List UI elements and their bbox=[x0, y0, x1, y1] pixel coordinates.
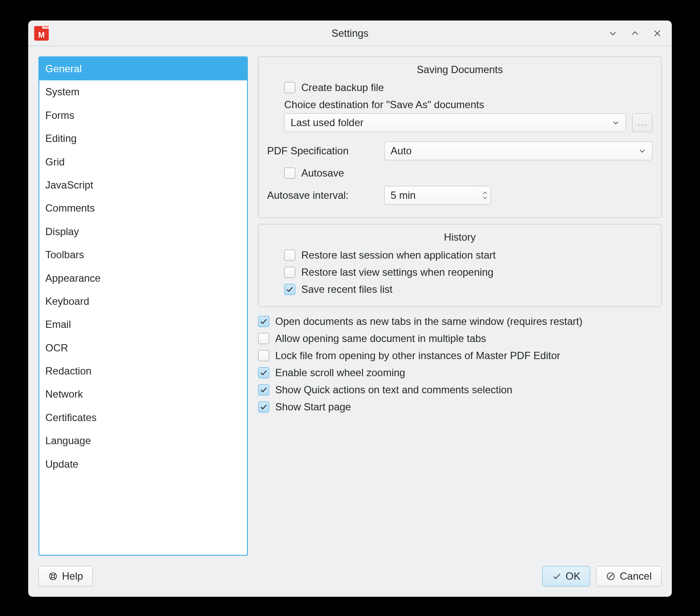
svg-point-3 bbox=[51, 575, 54, 578]
scroll-zoom-label: Enable scroll wheel zooming bbox=[275, 367, 405, 379]
maximize-button[interactable] bbox=[629, 27, 641, 39]
start-page-row: Show Start page bbox=[258, 398, 662, 416]
pdf-spec-label: PDF Specification bbox=[267, 145, 378, 157]
help-icon bbox=[48, 572, 58, 581]
create-backup-row: Create backup file bbox=[284, 79, 653, 96]
new-tabs-row: Open documents as new tabs in the same w… bbox=[258, 313, 662, 330]
autosave-row: Autosave bbox=[284, 165, 653, 182]
sidebar-item-comments[interactable]: Comments bbox=[39, 197, 247, 220]
saving-documents-group: Saving Documents Create backup file Choi… bbox=[258, 56, 662, 218]
sidebar-item-editing[interactable]: Editing bbox=[39, 127, 247, 150]
lock-file-row: Lock file from opening by other instance… bbox=[258, 347, 662, 364]
autosave-interval-value: 5 min bbox=[391, 189, 416, 201]
spin-buttons[interactable] bbox=[482, 191, 488, 200]
cancel-button[interactable]: Cancel bbox=[596, 566, 662, 587]
check-icon bbox=[552, 572, 562, 581]
help-label: Help bbox=[62, 570, 83, 582]
chevron-up-icon bbox=[482, 191, 488, 195]
quick-actions-checkbox[interactable] bbox=[258, 384, 269, 395]
sidebar-item-update[interactable]: Update bbox=[39, 453, 247, 476]
browse-button[interactable]: ... bbox=[632, 113, 653, 132]
autosave-interval-row: Autosave interval: 5 min bbox=[267, 182, 653, 209]
settings-window: M PDF Settings GeneralSystemFormsEditing… bbox=[28, 21, 672, 597]
scroll-zoom-row: Enable scroll wheel zooming bbox=[258, 364, 662, 381]
sidebar-item-forms[interactable]: Forms bbox=[39, 104, 247, 127]
sidebar-item-redaction[interactable]: Redaction bbox=[39, 360, 247, 383]
restore-session-row: Restore last session when application st… bbox=[284, 247, 653, 264]
lock-file-label: Lock file from opening by other instance… bbox=[275, 350, 560, 362]
sidebar-item-grid[interactable]: Grid bbox=[39, 150, 247, 174]
autosave-interval-label: Autosave interval: bbox=[267, 189, 378, 201]
autosave-interval-spinbox[interactable]: 5 min bbox=[384, 186, 491, 205]
restore-view-label: Restore last view settings when reopenin… bbox=[301, 266, 494, 278]
window-title: Settings bbox=[28, 27, 672, 39]
general-options: Open documents as new tabs in the same w… bbox=[258, 313, 662, 416]
save-recent-label: Save recent files list bbox=[301, 283, 392, 295]
new-tabs-label: Open documents as new tabs in the same w… bbox=[275, 315, 582, 327]
create-backup-label: Create backup file bbox=[301, 82, 384, 94]
cancel-icon bbox=[606, 572, 615, 581]
dialog-body: GeneralSystemFormsEditingGridJavaScriptC… bbox=[28, 46, 672, 566]
sidebar-item-ocr[interactable]: OCR bbox=[39, 336, 247, 360]
quick-actions-label: Show Quick actions on text and comments … bbox=[275, 384, 512, 396]
multi-tabs-label: Allow opening same document in multiple … bbox=[275, 333, 486, 345]
dialog-footer: Help OK Cancel bbox=[28, 566, 672, 597]
minimize-button[interactable] bbox=[607, 27, 619, 39]
scroll-zoom-checkbox[interactable] bbox=[258, 367, 269, 378]
sidebar-item-email[interactable]: Email bbox=[39, 313, 247, 336]
start-page-checkbox[interactable] bbox=[258, 401, 269, 413]
group-title: History bbox=[267, 230, 653, 247]
start-page-label: Show Start page bbox=[275, 401, 351, 413]
sidebar-item-system[interactable]: System bbox=[39, 80, 247, 103]
multi-tabs-row: Allow opening same document in multiple … bbox=[258, 330, 662, 347]
svg-line-9 bbox=[609, 574, 613, 578]
destination-row: Last used folder ... bbox=[284, 113, 653, 132]
sidebar-item-display[interactable]: Display bbox=[39, 220, 247, 243]
multi-tabs-checkbox[interactable] bbox=[258, 333, 269, 344]
create-backup-checkbox[interactable] bbox=[284, 82, 295, 93]
restore-view-row: Restore last view settings when reopenin… bbox=[284, 264, 653, 281]
destination-select[interactable]: Last used folder bbox=[284, 113, 626, 132]
ok-label: OK bbox=[566, 570, 581, 582]
history-group: History Restore last session when applic… bbox=[258, 224, 662, 307]
sidebar-item-certificates[interactable]: Certificates bbox=[39, 406, 247, 429]
pdf-spec-select[interactable]: Auto bbox=[384, 141, 653, 160]
save-recent-row: Save recent files list bbox=[284, 281, 653, 298]
restore-session-checkbox[interactable] bbox=[284, 250, 295, 261]
category-sidebar[interactable]: GeneralSystemFormsEditingGridJavaScriptC… bbox=[38, 56, 248, 556]
autosave-label: Autosave bbox=[301, 167, 344, 179]
save-as-hint: Choice destination for "Save As" documen… bbox=[284, 96, 653, 113]
destination-value: Last used folder bbox=[291, 117, 364, 129]
sidebar-item-javascript[interactable]: JavaScript bbox=[39, 174, 247, 197]
sidebar-item-network[interactable]: Network bbox=[39, 383, 247, 406]
new-tabs-checkbox[interactable] bbox=[258, 316, 269, 327]
restore-view-checkbox[interactable] bbox=[284, 267, 295, 278]
chevron-down-icon bbox=[638, 147, 646, 155]
window-controls bbox=[607, 27, 672, 39]
close-button[interactable] bbox=[651, 27, 663, 39]
sidebar-item-language[interactable]: Language bbox=[39, 429, 247, 452]
save-recent-checkbox[interactable] bbox=[284, 284, 295, 295]
lock-file-checkbox[interactable] bbox=[258, 350, 269, 361]
sidebar-item-general[interactable]: General bbox=[39, 57, 247, 80]
sidebar-item-keyboard[interactable]: Keyboard bbox=[39, 290, 247, 313]
sidebar-item-toolbars[interactable]: Toolbars bbox=[39, 243, 247, 266]
titlebar: M PDF Settings bbox=[28, 21, 672, 46]
quick-actions-row: Show Quick actions on text and comments … bbox=[258, 381, 662, 398]
chevron-down-icon bbox=[612, 119, 620, 127]
restore-session-label: Restore last session when application st… bbox=[301, 249, 496, 261]
sidebar-item-appearance[interactable]: Appearance bbox=[39, 267, 247, 290]
help-button[interactable]: Help bbox=[38, 566, 93, 587]
pdf-spec-value: Auto bbox=[391, 145, 412, 157]
chevron-down-icon bbox=[482, 196, 488, 200]
settings-panel: Saving Documents Create backup file Choi… bbox=[258, 56, 662, 556]
ok-button[interactable]: OK bbox=[542, 566, 591, 587]
cancel-label: Cancel bbox=[620, 570, 652, 582]
group-title: Saving Documents bbox=[267, 62, 653, 79]
autosave-checkbox[interactable] bbox=[284, 168, 295, 179]
app-icon: M PDF bbox=[34, 26, 49, 41]
pdf-spec-row: PDF Specification Auto bbox=[267, 137, 653, 165]
